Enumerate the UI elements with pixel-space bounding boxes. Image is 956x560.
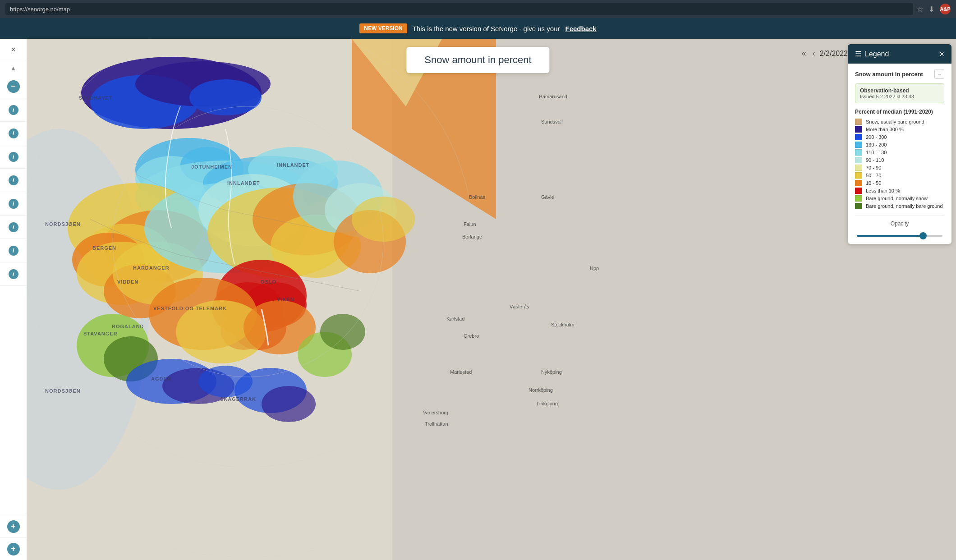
legend-item-label-9: Less than 10 %: [866, 188, 900, 193]
legend-item-label-5: 90 - 110: [866, 157, 884, 163]
sidebar-minus-icon: −: [7, 80, 20, 93]
sidebar-item-3[interactable]: i: [0, 145, 27, 169]
color-swatch-10: [855, 195, 862, 202]
download-icon[interactable]: ⬇: [928, 5, 934, 14]
info-badge-2: i: [9, 129, 18, 138]
svg-point-41: [320, 314, 365, 350]
legend-item-label-3: 130 - 200: [866, 142, 887, 147]
info-badge-8: i: [9, 269, 18, 279]
info-badge-7: i: [9, 246, 18, 256]
sidebar-plus-1[interactable]: +: [0, 515, 27, 537]
legend-item-9: Less than 10 %: [855, 188, 944, 194]
legend-item-2: 200 - 300: [855, 134, 944, 140]
legend-header-title: Legend: [865, 50, 889, 58]
browser-bar: https://senorge.no/map ☆ ⬇ A&P: [0, 0, 956, 18]
sidebar-item-0[interactable]: −: [0, 75, 27, 98]
legend-title-row: Snow amount in percent −: [855, 69, 944, 79]
legend-item-11: Bare ground, normally bare ground: [855, 203, 944, 209]
sidebar-item-7[interactable]: i: [0, 239, 27, 262]
sidebar-scroll-up-button[interactable]: ▲: [0, 61, 27, 75]
legend-icon: ☰: [855, 50, 861, 58]
legend-body: Snow amount in percent − Observation-bas…: [848, 64, 951, 244]
legend-panel: ☰ Legend × Snow amount in percent − Obse…: [848, 44, 951, 244]
color-swatch-1: [855, 126, 862, 133]
url-bar[interactable]: https://senorge.no/map: [5, 3, 913, 15]
color-swatch-7: [855, 172, 862, 179]
color-swatch-5: [855, 157, 862, 163]
color-swatch-11: [855, 203, 862, 209]
info-badge-6: i: [9, 222, 18, 232]
url-text: https://senorge.no/map: [10, 6, 70, 13]
map-title-box: Snow amount in percent: [406, 47, 549, 73]
color-swatch-2: [855, 134, 862, 140]
legend-items-list: Snow, usually bare ground More than 300 …: [855, 119, 944, 209]
legend-item-label-7: 50 - 70: [866, 173, 881, 178]
sidebar-item-2[interactable]: i: [0, 122, 27, 145]
sidebar-plus-2[interactable]: +: [0, 537, 27, 560]
legend-item-7: 50 - 70: [855, 172, 944, 179]
color-swatch-8: [855, 180, 862, 186]
legend-item-label-4: 110 - 130: [866, 150, 887, 155]
sidebar-item-4[interactable]: i: [0, 169, 27, 192]
info-badge-4: i: [9, 175, 18, 185]
opacity-section: Opacity: [855, 216, 944, 239]
date-nav-prev-button[interactable]: ‹: [811, 47, 817, 60]
legend-item-3: 130 - 200: [855, 142, 944, 148]
legend-item-label-10: Bare ground, normally snow: [866, 196, 928, 201]
obs-subtitle: Issued 5.2.2022 kl 23:43: [860, 94, 939, 99]
map-background: [0, 39, 956, 560]
main-area: × ▲ − i i i i i i i i: [0, 39, 956, 560]
legend-item-1: More than 300 %: [855, 126, 944, 133]
notification-message: This is the new version of SeNorge - giv…: [413, 25, 560, 32]
opacity-slider-container: [855, 230, 944, 239]
opacity-slider[interactable]: [857, 235, 942, 237]
svg-point-6: [189, 79, 262, 115]
info-badge-5: i: [9, 199, 18, 209]
info-badge-1: i: [9, 105, 18, 115]
legend-item-label-6: 70 - 90: [866, 165, 881, 170]
legend-item-10: Bare ground, normally snow: [855, 195, 944, 202]
legend-item-0: Snow, usually bare ground: [855, 119, 944, 125]
legend-item-label-2: 200 - 300: [866, 134, 887, 140]
legend-item-label-0: Snow, usually bare ground: [866, 119, 924, 124]
legend-item-label-1: More than 300 %: [866, 127, 904, 132]
color-swatch-0: [855, 119, 862, 125]
obs-title: Observation-based: [860, 87, 939, 94]
legend-item-8: 10 - 50: [855, 180, 944, 186]
plus-icon-1: +: [7, 520, 20, 533]
legend-item-label-8: 10 - 50: [866, 180, 881, 186]
sidebar-item-1[interactable]: i: [0, 98, 27, 122]
legend-item-6: 70 - 90: [855, 165, 944, 171]
sidebar-item-6[interactable]: i: [0, 216, 27, 239]
date-nav-first-button[interactable]: «: [800, 47, 808, 60]
sidebar-item-5[interactable]: i: [0, 192, 27, 216]
notification-bar: NEW VERSION This is the new version of S…: [0, 18, 956, 39]
new-version-badge: NEW VERSION: [359, 23, 407, 33]
sidebar-close-button[interactable]: ×: [0, 39, 27, 61]
browser-icons: ☆ ⬇ A&P: [917, 4, 951, 14]
legend-item-label-11: Bare ground, normally bare ground: [866, 203, 943, 209]
sidebar-item-8[interactable]: i: [0, 262, 27, 286]
date-display: 2/2/2022: [820, 50, 848, 58]
svg-point-39: [262, 386, 316, 422]
legend-close-button[interactable]: ×: [939, 50, 944, 58]
legend-section-title: Percent of median (1991-2020): [855, 109, 944, 115]
map-title: Snow amount in percent: [424, 54, 531, 65]
color-swatch-3: [855, 142, 862, 148]
bookmark-icon[interactable]: ☆: [917, 5, 923, 14]
info-badge-3: i: [9, 152, 18, 162]
opacity-label: Opacity: [855, 220, 944, 227]
color-swatch-9: [855, 188, 862, 194]
color-swatch-6: [855, 165, 862, 171]
plus-icon-2: +: [7, 543, 20, 555]
legend-collapse-button[interactable]: −: [934, 69, 944, 79]
observation-box: Observation-based Issued 5.2.2022 kl 23:…: [855, 83, 944, 103]
legend-item-5: 90 - 110: [855, 157, 944, 163]
legend-item-4: 110 - 130: [855, 149, 944, 156]
color-swatch-4: [855, 149, 862, 156]
left-sidebar: × ▲ − i i i i i i i i: [0, 39, 27, 560]
feedback-link[interactable]: Feedback: [565, 25, 596, 32]
sidebar-bottom: + +: [0, 515, 27, 560]
user-avatar[interactable]: A&P: [940, 4, 951, 14]
legend-layer-title: Snow amount in percent: [855, 71, 923, 78]
